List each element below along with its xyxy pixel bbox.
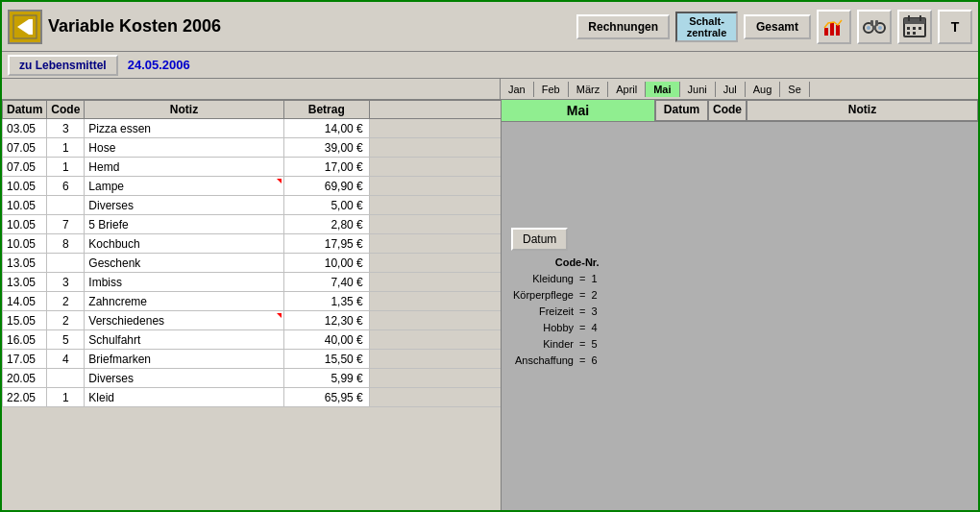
cell-betrag: 40,00 € (283, 330, 369, 350)
cell-datum: 10.05 (3, 196, 47, 215)
svg-rect-11 (870, 20, 873, 26)
table-row[interactable]: 16.055Schulfahrt40,00 € (3, 330, 502, 350)
cell-empty (369, 215, 501, 234)
table-row[interactable]: 22.051Kleid65,95 € (3, 388, 502, 407)
mai-label: Mai (502, 100, 655, 121)
cell-betrag: 1,35 € (283, 292, 369, 311)
rechnungen-button[interactable]: Rechnungen (576, 14, 670, 39)
cell-empty (369, 330, 501, 350)
cell-betrag: 17,95 € (283, 234, 369, 254)
table-row[interactable]: 14.052Zahncreme1,35 € (3, 292, 502, 311)
svg-rect-5 (836, 25, 840, 36)
cell-datum: 10.05 (3, 215, 47, 234)
header-code: Code (47, 101, 85, 119)
cell-notiz: 5 Briefe (85, 215, 283, 234)
svg-rect-4 (830, 22, 834, 36)
nav-lebensmittel-button[interactable]: zu Lebensmittel (8, 55, 118, 76)
table-row[interactable]: 13.05Geschenk10,00 € (3, 254, 502, 273)
cell-code: 1 (47, 388, 85, 407)
right-panel-body: Datum Code-Nr. Kleidung=1Körperpflege=2F… (502, 122, 978, 510)
app-icon (8, 10, 42, 44)
cell-betrag: 65,95 € (283, 388, 369, 407)
cell-code: 1 (47, 138, 85, 158)
code-table: Kleidung=1Körperpflege=2Freizeit=3Hobby=… (511, 270, 600, 368)
code-label: Anschaffung (511, 352, 576, 368)
table-row[interactable]: 13.053Imbiss7,40 € (3, 273, 502, 292)
right-header-notiz: Notiz (747, 100, 978, 121)
tab-april[interactable]: April (608, 82, 646, 97)
table-row[interactable]: 10.058Kochbuch17,95 € (3, 234, 502, 254)
code-num: 6 (589, 352, 599, 368)
cell-betrag: 17,00 € (283, 158, 369, 177)
cell-datum: 22.05 (3, 388, 47, 407)
table-row[interactable]: 20.05Diverses5,99 € (3, 369, 502, 388)
cell-code: 2 (47, 292, 85, 311)
cell-empty (369, 388, 501, 407)
cell-code: 7 (47, 215, 85, 234)
tab-se[interactable]: Se (780, 82, 809, 97)
chart-icon-button[interactable] (817, 10, 851, 44)
cell-empty (369, 273, 501, 292)
list-item: Körperpflege=2 (511, 286, 600, 303)
extra-icon-button[interactable]: T (938, 10, 972, 44)
calendar-icon-button[interactable] (897, 10, 932, 44)
right-header-datum: Datum (655, 100, 708, 121)
code-num: 1 (589, 270, 599, 286)
table-row[interactable]: 15.052Verschiedenes12,30 € (3, 311, 502, 330)
code-eq: = (576, 270, 589, 286)
tab-jul[interactable]: Jul (716, 82, 746, 97)
app-title: Variable Kosten 2006 (48, 16, 571, 37)
cell-notiz: Kochbuch (85, 234, 283, 254)
cell-notiz: Hose (85, 138, 283, 158)
tab-maerz[interactable]: März (569, 82, 608, 97)
tab-juni[interactable]: Juni (680, 82, 716, 97)
svg-point-8 (867, 26, 870, 30)
cell-datum: 14.05 (3, 292, 47, 311)
cell-betrag: 14,00 € (283, 119, 369, 138)
cell-notiz: Lampe (85, 177, 283, 196)
code-eq: = (576, 286, 589, 303)
toolbar2: zu Lebensmittel 24.05.2006 (2, 52, 978, 79)
cell-code: 3 (47, 273, 85, 292)
code-num: 3 (589, 303, 599, 319)
table-row[interactable]: 17.054Briefmarken15,50 € (3, 350, 502, 369)
tab-aug[interactable]: Aug (746, 82, 781, 97)
code-label: Freizeit (511, 303, 576, 319)
table-row[interactable]: 10.0575 Briefe2,80 € (3, 215, 502, 234)
tab-jan[interactable]: Jan (501, 82, 534, 97)
gesamt-button[interactable]: Gesamt (744, 14, 811, 39)
cell-betrag: 7,40 € (283, 273, 369, 292)
header-empty (369, 101, 501, 119)
binoculars-icon-button[interactable] (857, 10, 892, 44)
current-date: 24.05.2006 (128, 58, 190, 72)
schaltzentrale-button[interactable]: Schalt- zentrale (675, 12, 738, 42)
datum-button[interactable]: Datum (511, 228, 568, 251)
table-row[interactable]: 07.051Hose39,00 € (3, 138, 502, 158)
cell-notiz: Pizza essen (85, 119, 283, 138)
cell-betrag: 10,00 € (283, 254, 369, 273)
table-row[interactable]: 10.05Diverses5,00 € (3, 196, 502, 215)
tab-mai[interactable]: Mai (646, 82, 679, 97)
cell-notiz: Imbiss (85, 273, 283, 292)
table-row[interactable]: 07.051Hemd17,00 € (3, 158, 502, 177)
cell-betrag: 5,00 € (283, 196, 369, 215)
svg-rect-3 (824, 28, 828, 36)
table-row[interactable]: 03.053Pizza essen14,00 € (3, 119, 502, 138)
cell-empty (369, 177, 501, 196)
cell-empty (369, 292, 501, 311)
svg-rect-21 (913, 32, 916, 35)
cell-datum: 03.05 (3, 119, 47, 138)
right-header-row: Mai Datum Code Notiz (502, 100, 978, 122)
code-eq: = (576, 335, 589, 352)
header-notiz: Notiz (85, 101, 283, 119)
tab-feb[interactable]: Feb (534, 82, 569, 97)
code-eq: = (576, 303, 589, 319)
table-row[interactable]: 10.056Lampe69,90 € (3, 177, 502, 196)
list-item: Kinder=5 (511, 335, 600, 352)
code-num: 2 (589, 286, 599, 303)
cell-betrag: 69,90 € (283, 177, 369, 196)
cell-notiz: Diverses (85, 369, 283, 388)
cell-empty (369, 369, 501, 388)
list-item: Freizeit=3 (511, 303, 600, 319)
svg-rect-14 (904, 18, 925, 24)
